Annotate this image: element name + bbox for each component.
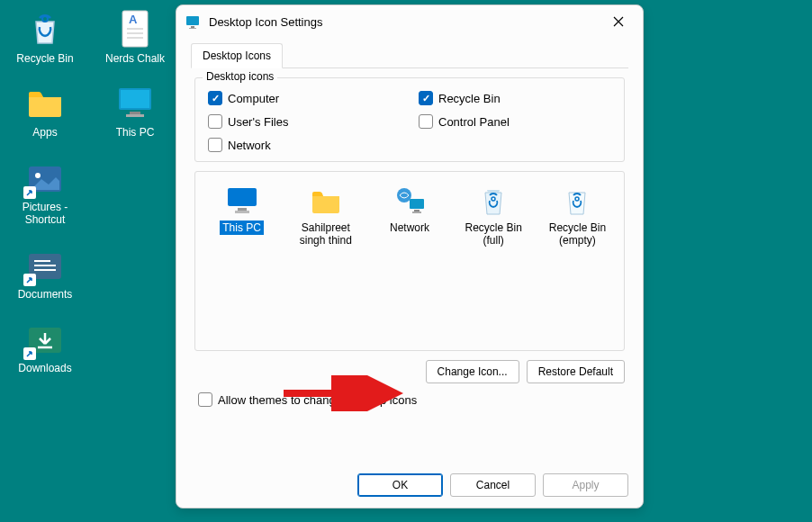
preview-label: Sahilpreet singh thind <box>292 220 359 248</box>
checkbox-label: Recycle Bin <box>438 92 501 105</box>
svg-rect-6 <box>121 90 149 108</box>
desktop: Recycle Bin A Nerds Chalk Apps This PC <box>0 0 180 522</box>
desktop-icon-apps[interactable]: Apps <box>9 83 81 139</box>
desktop-icon-label: Nerds Chalk <box>105 52 165 65</box>
desktop-icons-group: Desktop icons Computer Recycle Bin User'… <box>194 77 625 162</box>
svg-rect-21 <box>238 208 247 211</box>
shortcut-arrow-icon <box>23 186 36 199</box>
checkbox-icon <box>208 91 222 105</box>
svg-rect-20 <box>228 188 257 206</box>
checkbox-icon <box>419 91 433 105</box>
group-legend: Desktop icons <box>203 70 277 83</box>
desktop-icon-downloads[interactable]: Downloads <box>9 319 81 374</box>
monitor-icon <box>224 184 260 217</box>
preview-label: Recycle Bin (empty) <box>544 220 611 248</box>
checkbox-label: Network <box>228 139 271 152</box>
svg-rect-7 <box>130 112 140 114</box>
checkbox-users-files[interactable]: User's Files <box>208 114 401 129</box>
network-icon <box>392 184 428 217</box>
recycle-bin-icon <box>25 9 65 49</box>
svg-text:A: A <box>129 13 138 26</box>
dialog-title: Desktop Icon Settings <box>209 15 600 29</box>
folder-icon <box>25 83 65 122</box>
preview-label: This PC <box>220 220 264 235</box>
restore-default-button[interactable]: Restore Default <box>527 360 625 383</box>
desktop-icon-label: Apps <box>32 126 57 139</box>
svg-rect-8 <box>126 114 144 117</box>
desktop-icon-documents[interactable]: Documents <box>9 245 81 301</box>
preview-this-pc[interactable]: This PC <box>208 184 275 235</box>
change-icon-button[interactable]: Change Icon... <box>426 360 519 383</box>
dialog-app-icon <box>185 14 202 30</box>
checkbox-allow-themes[interactable]: Allow themes to change desktop icons <box>198 392 625 407</box>
folder-icon <box>308 184 344 217</box>
pictures-folder-icon <box>25 158 65 197</box>
ok-button[interactable]: OK <box>357 473 443 497</box>
apply-button[interactable]: Apply <box>543 473 628 497</box>
checkbox-icon <box>208 138 222 152</box>
checkbox-control-panel[interactable]: Control Panel <box>419 114 611 129</box>
svg-rect-26 <box>412 212 421 213</box>
desktop-icon-label: Recycle Bin <box>16 52 73 65</box>
checkbox-label: User's Files <box>228 115 289 129</box>
close-button[interactable] <box>600 9 637 34</box>
desktop-icon-this-pc[interactable]: This PC <box>99 83 171 139</box>
tab-desktop-icons[interactable]: Desktop Icons <box>191 43 283 68</box>
preview-label: Network <box>387 220 432 235</box>
desktop-icon-label: This PC <box>116 126 155 139</box>
checkbox-label: Computer <box>228 92 279 105</box>
checkbox-label: Allow themes to change desktop icons <box>218 393 417 407</box>
dialog-footer: OK Cancel Apply <box>357 473 628 497</box>
svg-rect-18 <box>191 26 194 28</box>
icon-preview-group: This PC Sahilpreet singh thind Network R… <box>194 171 625 351</box>
shortcut-arrow-icon <box>23 347 36 360</box>
preview-recycle-bin-empty[interactable]: Recycle Bin (empty) <box>544 184 611 248</box>
cancel-button[interactable]: Cancel <box>450 473 536 497</box>
tabbar: Desktop Icons <box>191 43 628 68</box>
checkbox-icon <box>208 114 222 129</box>
desktop-icon-recycle-bin[interactable]: Recycle Bin <box>9 9 81 65</box>
svg-rect-19 <box>189 28 196 29</box>
preview-network[interactable]: Network <box>375 184 443 235</box>
shortcut-arrow-icon <box>23 274 36 286</box>
desktop-icon-pictures-shortcut[interactable]: Pictures - Shortcut <box>9 158 81 227</box>
svg-point-10 <box>35 173 41 178</box>
svg-rect-24 <box>410 199 424 209</box>
desktop-icon-label: Pictures - Shortcut <box>9 201 81 227</box>
desktop-icon-label: Downloads <box>18 362 71 374</box>
svg-rect-22 <box>235 211 249 213</box>
checkbox-icon <box>198 392 212 407</box>
desktop-icon-label: Documents <box>18 288 73 301</box>
document-icon: A <box>115 9 155 49</box>
checkbox-network[interactable]: Network <box>208 138 401 152</box>
checkbox-computer[interactable]: Computer <box>208 91 401 105</box>
svg-rect-25 <box>414 210 420 212</box>
preview-label: Recycle Bin (full) <box>460 220 528 248</box>
checkbox-recycle-bin[interactable]: Recycle Bin <box>419 91 611 105</box>
recycle-bin-full-icon <box>475 184 511 217</box>
preview-recycle-bin-full[interactable]: Recycle Bin (full) <box>460 184 528 248</box>
desktop-icon-settings-dialog: Desktop Icon Settings Desktop Icons Desk… <box>176 4 644 508</box>
recycle-bin-empty-icon <box>559 184 595 217</box>
svg-rect-17 <box>186 16 199 25</box>
checkbox-label: Control Panel <box>438 115 510 129</box>
downloads-folder-icon <box>25 319 65 358</box>
desktop-icon-nerds-chalk[interactable]: A Nerds Chalk <box>99 9 171 65</box>
titlebar[interactable]: Desktop Icon Settings <box>176 5 643 38</box>
close-icon <box>613 16 624 27</box>
documents-folder-icon <box>25 245 65 284</box>
monitor-icon <box>115 83 155 122</box>
preview-user-folder[interactable]: Sahilpreet singh thind <box>292 184 359 248</box>
checkbox-icon <box>419 114 433 129</box>
